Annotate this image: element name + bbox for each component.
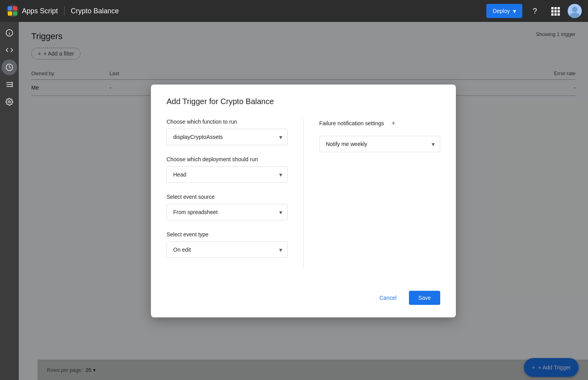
help-button[interactable]: ? [527, 3, 543, 19]
event-source-select-wrapper: From spreadsheet [167, 204, 288, 220]
topbar-divider [64, 6, 65, 16]
content-area: Triggers + + Add a filter Owned by Last … [19, 22, 588, 380]
deployment-label: Choose which deployment should run [167, 156, 288, 162]
function-select[interactable]: displayCryptoAssets [167, 129, 288, 145]
notify-select-wrapper: Notify me weekly Notify me daily Notify … [319, 136, 441, 152]
sidebar-item-code[interactable] [2, 42, 17, 58]
sidebar-item-settings[interactable] [2, 94, 17, 110]
modal-dialog: Add Trigger for Crypto Balance Choose wh… [151, 85, 456, 317]
svg-point-16 [9, 101, 11, 103]
event-source-select[interactable]: From spreadsheet [167, 204, 288, 220]
modal-title: Add Trigger for Crypto Balance [167, 97, 440, 106]
help-icon: ? [532, 7, 537, 16]
user-avatar[interactable] [568, 4, 582, 18]
deploy-chevron-icon: ▾ [513, 7, 516, 15]
app-logo: Apps Script [6, 5, 58, 17]
event-type-select-wrapper: On edit [167, 241, 288, 258]
sidebar-item-info[interactable] [2, 25, 17, 41]
failure-notification-section: Failure notification settings + [319, 119, 441, 128]
event-source-form-group: Select event source From spreadsheet [167, 194, 288, 220]
topbar: Apps Script Crypto Balance Deploy ▾ ? [0, 0, 588, 22]
apps-script-logo [6, 5, 19, 17]
sidebar [0, 22, 19, 380]
deploy-button[interactable]: Deploy ▾ [486, 4, 522, 18]
sidebar-item-triggers[interactable] [2, 59, 17, 75]
event-type-form-group: Select event type On edit [167, 231, 288, 258]
svg-rect-4 [13, 11, 17, 16]
event-type-select[interactable]: On edit [167, 241, 288, 258]
event-source-label: Select event source [167, 194, 288, 200]
failure-notification-label: Failure notification settings [319, 120, 384, 126]
event-type-label: Select event type [167, 231, 288, 238]
save-button[interactable]: Save [409, 291, 440, 305]
svg-point-6 [572, 7, 577, 12]
main-layout: Triggers + + Add a filter Owned by Last … [0, 22, 588, 380]
cancel-button[interactable]: Cancel [373, 292, 403, 304]
svg-rect-1 [8, 6, 12, 11]
app-name-label: Apps Script [22, 7, 58, 15]
modal-left-column: Choose which function to run displayCryp… [167, 119, 304, 269]
deployment-form-group: Choose which deployment should run Head [167, 156, 288, 183]
deploy-label: Deploy [493, 8, 510, 14]
modal-footer: Cancel Save [167, 285, 440, 305]
modal-body: Choose which function to run displayCryp… [167, 119, 440, 269]
function-form-group: Choose which function to run displayCryp… [167, 119, 288, 145]
function-label: Choose which function to run [167, 119, 288, 125]
modal-right-column: Failure notification settings + Notify m… [304, 119, 441, 269]
deployment-select[interactable]: Head [167, 166, 288, 183]
svg-rect-2 [13, 6, 17, 11]
deployment-select-wrapper: Head [167, 166, 288, 183]
grid-menu-button[interactable] [547, 3, 563, 19]
function-select-wrapper: displayCryptoAssets [167, 129, 288, 145]
sidebar-item-executions[interactable] [2, 77, 17, 92]
project-name-label: Crypto Balance [71, 7, 119, 15]
grid-icon [551, 7, 559, 15]
modal-overlay: Add Trigger for Crypto Balance Choose wh… [19, 22, 588, 380]
svg-rect-3 [8, 11, 12, 16]
notify-select[interactable]: Notify me weekly Notify me daily Notify … [319, 136, 441, 152]
add-notification-icon[interactable]: + [389, 119, 398, 128]
